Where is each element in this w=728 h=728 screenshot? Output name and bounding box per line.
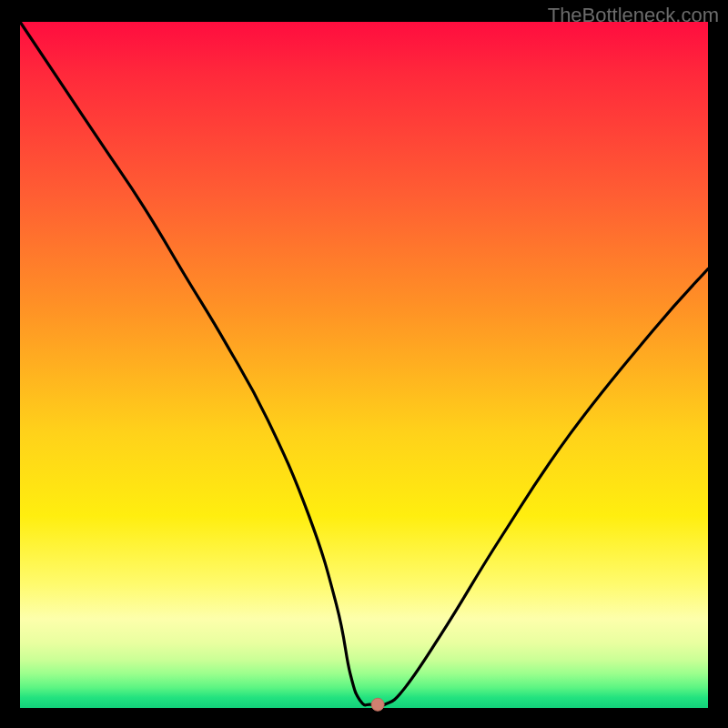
curve-layer [20,22,708,708]
plot-area [20,22,708,708]
plot-inner [20,22,708,708]
bottleneck-curve [20,22,708,706]
chart-container: TheBottleneck.com [0,0,728,728]
watermark-text: TheBottleneck.com [548,4,719,27]
optimal-point-marker [371,698,384,711]
